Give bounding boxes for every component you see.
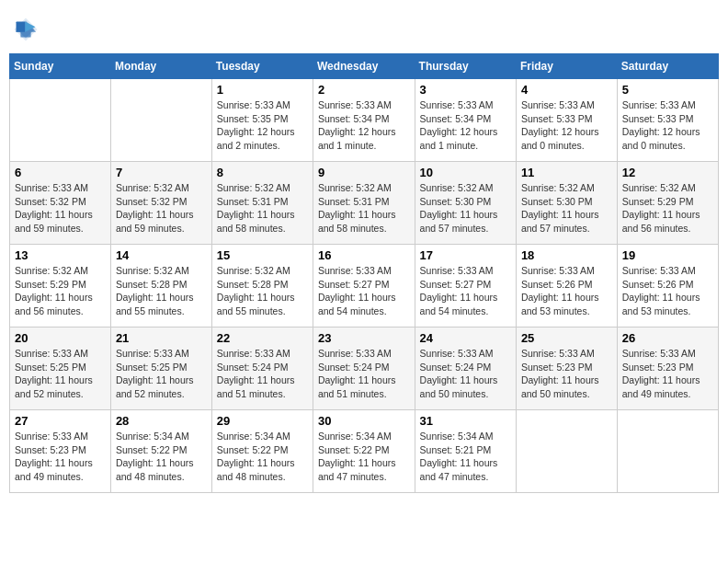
calendar-cell: 8Sunrise: 5:32 AM Sunset: 5:31 PM Daylig… (211, 162, 313, 245)
calendar-cell: 27Sunrise: 5:33 AM Sunset: 5:23 PM Dayli… (10, 410, 111, 493)
day-number: 27 (15, 414, 106, 428)
day-number: 18 (521, 248, 612, 262)
day-number: 3 (420, 83, 511, 97)
calendar-cell: 31Sunrise: 5:34 AM Sunset: 5:21 PM Dayli… (415, 410, 516, 493)
day-number: 24 (420, 331, 511, 345)
calendar-cell: 25Sunrise: 5:33 AM Sunset: 5:23 PM Dayli… (516, 327, 617, 410)
calendar-cell: 21Sunrise: 5:33 AM Sunset: 5:25 PM Dayli… (110, 327, 211, 410)
calendar-cell (617, 410, 718, 493)
logo (9, 17, 42, 46)
calendar-cell (516, 410, 617, 493)
day-info: Sunrise: 5:32 AM Sunset: 5:30 PM Dayligh… (521, 181, 612, 236)
day-info: Sunrise: 5:32 AM Sunset: 5:31 PM Dayligh… (318, 181, 410, 236)
day-info: Sunrise: 5:32 AM Sunset: 5:29 PM Dayligh… (15, 264, 106, 318)
day-info: Sunrise: 5:32 AM Sunset: 5:31 PM Dayligh… (217, 181, 308, 236)
calendar-cell: 29Sunrise: 5:34 AM Sunset: 5:22 PM Dayli… (211, 410, 313, 493)
day-number: 21 (116, 331, 207, 345)
day-number: 25 (521, 331, 612, 345)
calendar-cell: 1Sunrise: 5:33 AM Sunset: 5:35 PM Daylig… (211, 79, 313, 162)
weekday-header-friday: Friday (516, 54, 617, 79)
day-number: 31 (420, 414, 511, 428)
day-info: Sunrise: 5:32 AM Sunset: 5:29 PM Dayligh… (622, 181, 713, 236)
day-info: Sunrise: 5:33 AM Sunset: 5:34 PM Dayligh… (318, 98, 410, 153)
day-info: Sunrise: 5:34 AM Sunset: 5:22 PM Dayligh… (217, 430, 308, 484)
calendar-cell: 28Sunrise: 5:34 AM Sunset: 5:22 PM Dayli… (110, 410, 211, 493)
calendar-cell: 24Sunrise: 5:33 AM Sunset: 5:24 PM Dayli… (415, 327, 516, 410)
day-info: Sunrise: 5:34 AM Sunset: 5:21 PM Dayligh… (420, 430, 511, 484)
day-number: 15 (217, 248, 308, 262)
calendar-cell: 5Sunrise: 5:33 AM Sunset: 5:33 PM Daylig… (617, 79, 718, 162)
calendar-cell: 12Sunrise: 5:32 AM Sunset: 5:29 PM Dayli… (617, 162, 718, 245)
day-info: Sunrise: 5:33 AM Sunset: 5:26 PM Dayligh… (622, 264, 713, 318)
day-info: Sunrise: 5:33 AM Sunset: 5:23 PM Dayligh… (521, 347, 612, 401)
day-number: 29 (217, 414, 308, 428)
calendar-cell: 9Sunrise: 5:32 AM Sunset: 5:31 PM Daylig… (313, 162, 415, 245)
calendar-cell: 4Sunrise: 5:33 AM Sunset: 5:33 PM Daylig… (516, 79, 617, 162)
calendar-cell: 26Sunrise: 5:33 AM Sunset: 5:23 PM Dayli… (617, 327, 718, 410)
day-number: 17 (420, 248, 511, 262)
calendar-cell: 17Sunrise: 5:33 AM Sunset: 5:27 PM Dayli… (415, 245, 516, 327)
day-info: Sunrise: 5:33 AM Sunset: 5:23 PM Dayligh… (15, 430, 106, 484)
weekday-header-sunday: Sunday (10, 54, 111, 79)
day-info: Sunrise: 5:33 AM Sunset: 5:23 PM Dayligh… (622, 347, 713, 401)
day-info: Sunrise: 5:33 AM Sunset: 5:24 PM Dayligh… (420, 347, 511, 401)
calendar-cell: 19Sunrise: 5:33 AM Sunset: 5:26 PM Dayli… (617, 245, 718, 327)
day-number: 4 (521, 83, 612, 97)
day-info: Sunrise: 5:32 AM Sunset: 5:28 PM Dayligh… (116, 264, 207, 318)
day-number: 13 (15, 248, 106, 262)
day-info: Sunrise: 5:33 AM Sunset: 5:34 PM Dayligh… (420, 98, 511, 153)
day-info: Sunrise: 5:33 AM Sunset: 5:33 PM Dayligh… (622, 98, 713, 153)
day-number: 8 (217, 166, 308, 179)
page-header (9, 9, 719, 46)
day-info: Sunrise: 5:33 AM Sunset: 5:24 PM Dayligh… (217, 347, 308, 401)
day-number: 22 (217, 331, 308, 345)
day-number: 14 (116, 248, 207, 262)
day-number: 20 (15, 331, 106, 345)
weekday-header-wednesday: Wednesday (313, 54, 415, 79)
calendar-cell: 10Sunrise: 5:32 AM Sunset: 5:30 PM Dayli… (415, 162, 516, 245)
day-info: Sunrise: 5:32 AM Sunset: 5:30 PM Dayligh… (420, 181, 511, 236)
day-info: Sunrise: 5:33 AM Sunset: 5:27 PM Dayligh… (420, 264, 511, 318)
day-info: Sunrise: 5:33 AM Sunset: 5:24 PM Dayligh… (318, 347, 410, 401)
calendar-cell: 20Sunrise: 5:33 AM Sunset: 5:25 PM Dayli… (10, 327, 111, 410)
day-number: 12 (622, 166, 713, 179)
calendar-cell (10, 79, 111, 162)
day-info: Sunrise: 5:33 AM Sunset: 5:32 PM Dayligh… (15, 181, 106, 236)
day-info: Sunrise: 5:34 AM Sunset: 5:22 PM Dayligh… (116, 430, 207, 484)
day-info: Sunrise: 5:33 AM Sunset: 5:27 PM Dayligh… (318, 264, 410, 318)
day-number: 5 (622, 83, 713, 97)
calendar-cell: 30Sunrise: 5:34 AM Sunset: 5:22 PM Dayli… (313, 410, 415, 493)
calendar-cell: 16Sunrise: 5:33 AM Sunset: 5:27 PM Dayli… (313, 245, 415, 327)
day-number: 23 (318, 331, 410, 345)
day-number: 9 (318, 166, 410, 179)
day-number: 7 (116, 166, 207, 179)
day-number: 30 (318, 414, 410, 428)
day-number: 19 (622, 248, 713, 262)
calendar-cell: 14Sunrise: 5:32 AM Sunset: 5:28 PM Dayli… (110, 245, 211, 327)
weekday-header-saturday: Saturday (617, 54, 718, 79)
calendar-cell: 6Sunrise: 5:33 AM Sunset: 5:32 PM Daylig… (10, 162, 111, 245)
calendar-cell: 13Sunrise: 5:32 AM Sunset: 5:29 PM Dayli… (10, 245, 111, 327)
calendar-cell: 11Sunrise: 5:32 AM Sunset: 5:30 PM Dayli… (516, 162, 617, 245)
day-info: Sunrise: 5:32 AM Sunset: 5:32 PM Dayligh… (116, 181, 207, 236)
weekday-header-monday: Monday (110, 54, 211, 79)
day-info: Sunrise: 5:33 AM Sunset: 5:33 PM Dayligh… (521, 98, 612, 153)
weekday-header-thursday: Thursday (415, 54, 516, 79)
day-number: 1 (217, 83, 308, 97)
calendar-cell (110, 79, 211, 162)
day-number: 10 (420, 166, 511, 179)
svg-rect-2 (17, 22, 26, 32)
calendar-table: SundayMondayTuesdayWednesdayThursdayFrid… (9, 53, 719, 493)
logo-icon (13, 17, 39, 42)
day-number: 26 (622, 331, 713, 345)
day-info: Sunrise: 5:33 AM Sunset: 5:35 PM Dayligh… (217, 98, 308, 153)
day-number: 11 (521, 166, 612, 179)
calendar-cell: 7Sunrise: 5:32 AM Sunset: 5:32 PM Daylig… (110, 162, 211, 245)
weekday-header-tuesday: Tuesday (211, 54, 313, 79)
calendar-cell: 2Sunrise: 5:33 AM Sunset: 5:34 PM Daylig… (313, 79, 415, 162)
calendar-cell: 3Sunrise: 5:33 AM Sunset: 5:34 PM Daylig… (415, 79, 516, 162)
day-info: Sunrise: 5:33 AM Sunset: 5:26 PM Dayligh… (521, 264, 612, 318)
day-number: 6 (15, 166, 106, 179)
calendar-cell: 15Sunrise: 5:32 AM Sunset: 5:28 PM Dayli… (211, 245, 313, 327)
calendar-cell: 22Sunrise: 5:33 AM Sunset: 5:24 PM Dayli… (211, 327, 313, 410)
